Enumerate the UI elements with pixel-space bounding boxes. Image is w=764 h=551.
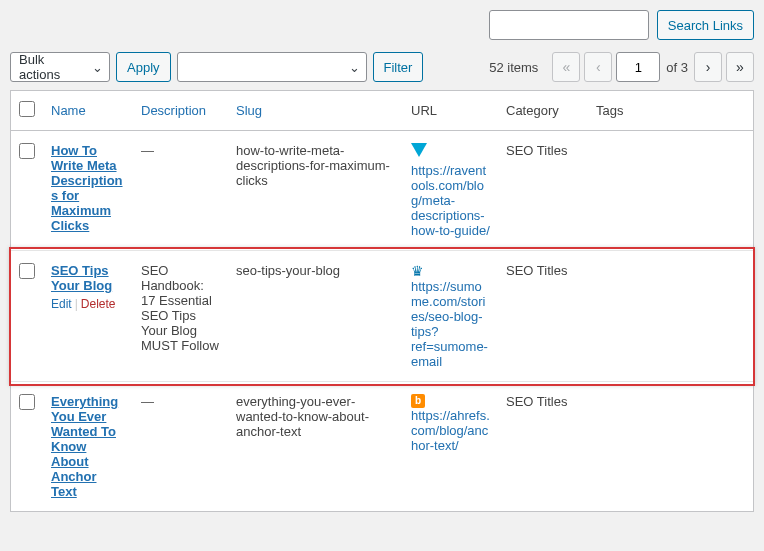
row-description: —	[133, 382, 228, 512]
row-description: —	[133, 131, 228, 251]
delete-link[interactable]: Delete	[81, 297, 116, 311]
row-actions: Edit|Delete	[51, 297, 125, 311]
col-header-name[interactable]: Name	[51, 103, 86, 118]
row-tags	[588, 131, 753, 251]
crown-icon: ♛	[411, 263, 490, 279]
links-table-panel: Name Description Slug URL Category Tags …	[10, 90, 754, 512]
row-slug: everything-you-ever-wanted-to-know-about…	[228, 382, 403, 512]
of-pages-label: of 3	[666, 60, 688, 75]
last-page-button[interactable]: »	[726, 52, 754, 82]
favicon-icon	[411, 143, 427, 157]
table-row: Everything You Ever Wanted To Know About…	[11, 382, 753, 512]
row-name-link[interactable]: SEO Tips Your Blog	[51, 263, 112, 293]
row-url-link[interactable]: https://ahrefs.com/blog/anchor-text/	[411, 408, 490, 453]
filter-select[interactable]: ⌄	[177, 52, 367, 82]
row-category: SEO Titles	[498, 382, 588, 512]
row-checkbox[interactable]	[19, 263, 35, 279]
row-url-link[interactable]: https://raventools.com/blog/meta-descrip…	[411, 163, 490, 238]
row-category: SEO Titles	[498, 131, 588, 251]
first-page-button[interactable]: «	[552, 52, 580, 82]
row-tags	[588, 382, 753, 512]
row-tags	[588, 251, 753, 382]
apply-button[interactable]: Apply	[116, 52, 171, 82]
search-toolbar: Search Links	[10, 10, 754, 40]
row-name-link[interactable]: How To Write Meta Descriptions for Maxim…	[51, 143, 123, 233]
links-table: Name Description Slug URL Category Tags …	[11, 91, 753, 511]
page-container: Search Links Bulk actions ⌄ Apply ⌄ Filt…	[10, 10, 754, 512]
row-category: SEO Titles	[498, 251, 588, 382]
row-url-link[interactable]: https://sumome.com/stories/seo-blog-tips…	[411, 279, 488, 369]
col-header-tags: Tags	[588, 91, 753, 131]
col-header-url: URL	[403, 91, 498, 131]
prev-page-button[interactable]: ‹	[584, 52, 612, 82]
next-page-button[interactable]: ›	[694, 52, 722, 82]
pagination: « ‹ of 3 › »	[552, 52, 754, 82]
row-description: SEO Handbook: 17 Essential SEO Tips Your…	[133, 251, 228, 382]
search-links-button[interactable]: Search Links	[657, 10, 754, 40]
bulk-actions-label: Bulk actions	[19, 52, 85, 82]
edit-link[interactable]: Edit	[51, 297, 72, 311]
col-header-category: Category	[498, 91, 588, 131]
search-input[interactable]	[489, 10, 649, 40]
filter-toolbar: Bulk actions ⌄ Apply ⌄ Filter 52 items «…	[10, 52, 754, 82]
bulk-actions-select[interactable]: Bulk actions ⌄	[10, 52, 110, 82]
table-header-row: Name Description Slug URL Category Tags	[11, 91, 753, 131]
items-count: 52 items	[489, 60, 538, 75]
row-checkbox[interactable]	[19, 143, 35, 159]
row-checkbox[interactable]	[19, 394, 35, 410]
page-number-input[interactable]	[616, 52, 660, 82]
chevron-down-icon: ⌄	[349, 60, 360, 75]
table-row: How To Write Meta Descriptions for Maxim…	[11, 131, 753, 251]
filter-button[interactable]: Filter	[373, 52, 424, 82]
row-slug: how-to-write-meta-descriptions-for-maxim…	[228, 131, 403, 251]
table-row: SEO Tips Your BlogEdit|DeleteSEO Handboo…	[11, 251, 753, 382]
chevron-down-icon: ⌄	[92, 60, 103, 75]
row-name-link[interactable]: Everything You Ever Wanted To Know About…	[51, 394, 118, 499]
col-header-slug[interactable]: Slug	[236, 103, 262, 118]
select-all-checkbox[interactable]	[19, 101, 35, 117]
col-header-description[interactable]: Description	[141, 103, 206, 118]
favicon-icon: b	[411, 394, 425, 408]
separator: |	[75, 297, 78, 311]
row-slug: seo-tips-your-blog	[228, 251, 403, 382]
